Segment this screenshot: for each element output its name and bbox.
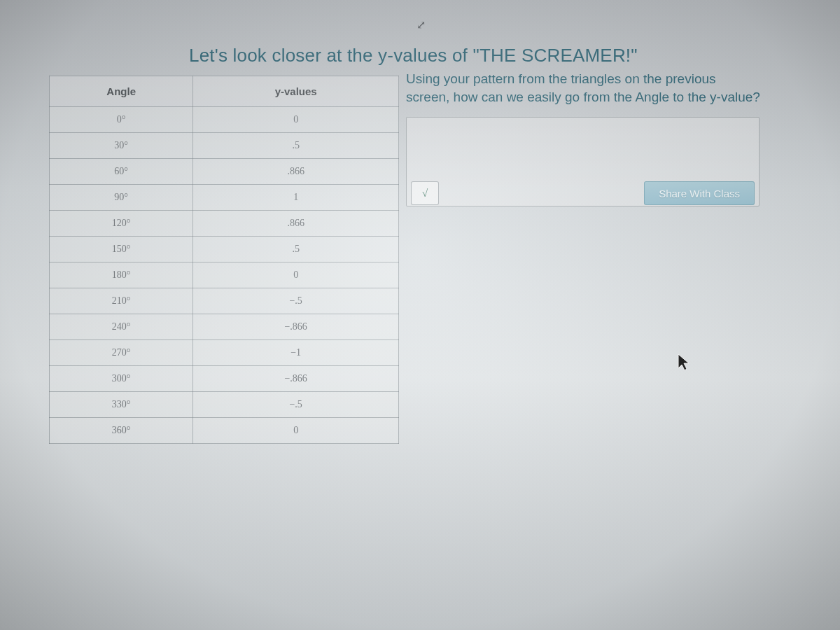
table-row: 60°.866 — [50, 159, 399, 185]
cell-angle: 0° — [50, 107, 193, 133]
cell-y: −.866 — [193, 314, 399, 340]
table-row: 150°.5 — [50, 237, 399, 262]
cell-y: 0 — [193, 418, 399, 444]
cell-y: .5 — [193, 237, 399, 262]
cell-y: 1 — [193, 185, 399, 211]
math-keyboard-button[interactable]: √ — [411, 181, 439, 205]
cell-y: −1 — [193, 340, 399, 366]
cursor-icon — [676, 353, 692, 372]
cell-angle: 330° — [50, 392, 193, 418]
cell-y: 0 — [193, 262, 399, 288]
cell-y: −.5 — [193, 288, 399, 314]
cell-y: −.5 — [193, 392, 399, 418]
cell-angle: 60° — [50, 159, 193, 185]
cell-angle: 300° — [50, 366, 193, 392]
table-row: 270°−1 — [50, 340, 399, 366]
cell-y: .866 — [193, 159, 399, 185]
cell-y: −.866 — [193, 366, 399, 392]
table-row: 240°−.866 — [50, 314, 399, 340]
table-row: 30°.5 — [50, 133, 399, 159]
cell-angle: 210° — [50, 288, 193, 314]
expand-icon[interactable]: ⤢ — [416, 18, 424, 31]
sqrt-icon: √ — [422, 188, 428, 200]
table-row: 180°0 — [50, 262, 399, 288]
cell-angle: 150° — [50, 237, 193, 262]
cell-angle: 270° — [50, 340, 193, 366]
share-with-class-button[interactable]: Share With Class — [644, 181, 755, 205]
cell-angle: 30° — [50, 133, 193, 159]
cell-angle: 240° — [50, 314, 193, 340]
cell-angle: 180° — [50, 262, 193, 288]
table-row: 120°.866 — [50, 211, 399, 237]
share-button-label: Share With Class — [659, 188, 740, 200]
cell-angle: 90° — [50, 185, 193, 211]
cell-angle: 360° — [50, 418, 193, 444]
right-panel: Using your pattern from the triangles on… — [406, 70, 763, 206]
cell-angle: 120° — [50, 211, 193, 237]
values-table-container: Angle y-values 0°0 30°.5 60°.866 90°1 12… — [49, 76, 399, 444]
table-row: 300°−.866 — [50, 366, 399, 392]
table-row: 210°−.5 — [50, 288, 399, 314]
answer-input[interactable]: √ Share With Class — [406, 117, 760, 206]
table-header-row: Angle y-values — [50, 76, 399, 107]
col-header-angle: Angle — [50, 76, 193, 107]
cell-y: .5 — [193, 133, 399, 159]
question-prompt: Using your pattern from the triangles on… — [406, 70, 763, 106]
cell-y: .866 — [193, 211, 399, 237]
cell-y: 0 — [193, 107, 399, 133]
table-row: 330°−.5 — [50, 392, 399, 418]
table-row: 0°0 — [50, 107, 399, 133]
values-table: Angle y-values 0°0 30°.5 60°.866 90°1 12… — [49, 76, 399, 444]
col-header-yvalues: y-values — [193, 76, 399, 107]
table-row: 360°0 — [50, 418, 399, 444]
answer-toolbar: √ Share With Class — [407, 179, 759, 207]
table-row: 90°1 — [50, 185, 399, 211]
page-title: Let's look closer at the y-values of "TH… — [189, 45, 638, 66]
